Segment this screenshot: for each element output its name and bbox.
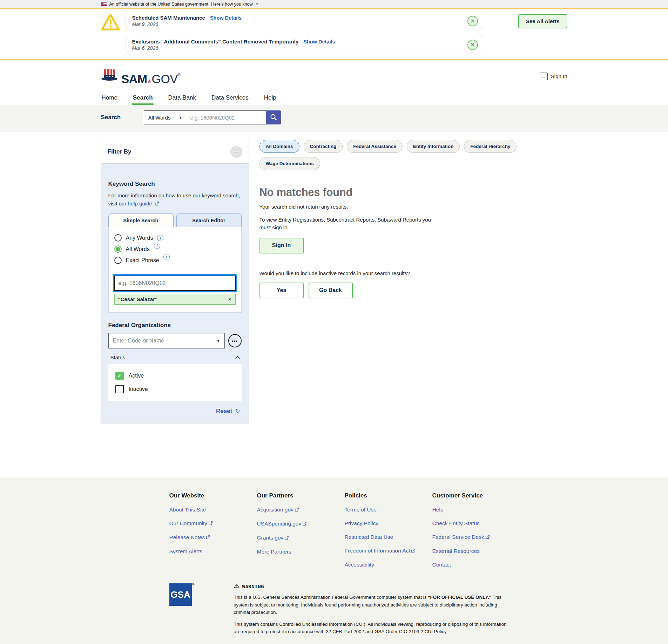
external-link-icon — [302, 521, 307, 527]
alerts-section: See All Alerts Scheduled SAM Maintenance… — [0, 8, 668, 60]
org-select-placeholder: Enter Code or Name — [113, 338, 164, 344]
tab-simple-search[interactable]: Simple Search — [108, 213, 174, 227]
close-alert-button[interactable]: ✕ — [467, 40, 478, 50]
radio-all-words[interactable] — [114, 245, 122, 253]
remove-chip-icon[interactable]: ✕ — [228, 297, 232, 302]
external-link-icon — [485, 534, 490, 541]
footer-link-accessibility[interactable]: Accessibility — [345, 562, 432, 568]
gsa-logo[interactable]: GSA ® — [169, 583, 192, 606]
nav-item-help[interactable]: Help — [263, 93, 277, 105]
alert-card: Scheduled SAM Maintenance Show Details M… — [126, 12, 483, 30]
footer-link-foia[interactable]: Freedom of Information Act — [345, 548, 432, 554]
footer-link-terms-of-use[interactable]: Terms of Use — [345, 507, 432, 513]
info-icon[interactable]: i — [154, 243, 160, 249]
tab-search-editor[interactable]: Search Editor — [176, 213, 242, 227]
warning-triangle-small-icon — [234, 583, 239, 589]
checkbox-inactive[interactable] — [115, 385, 124, 393]
warning-paragraph-1: This is a U.S. General Services Administ… — [234, 594, 514, 616]
warning-block: WARNING This is a U.S. General Services … — [234, 583, 514, 636]
search-submit-button[interactable] — [266, 110, 281, 124]
footer-link-about-this-site[interactable]: About This Site — [169, 507, 257, 513]
gov-banner: An official website of the United States… — [0, 0, 668, 8]
info-icon[interactable]: i — [157, 235, 163, 241]
footer-link-check-entity-status[interactable]: Check Entity Status — [432, 520, 520, 527]
external-link-icon — [411, 548, 416, 554]
warning-triangle-icon — [101, 12, 126, 54]
nav-item-data-bank[interactable]: Data Bank — [168, 93, 197, 105]
footer-link-our-community[interactable]: Our Community — [169, 520, 257, 527]
sam-gov-logo[interactable]: ★★★ SAM★GOV® — [101, 68, 181, 85]
footer-link-usaspending-gov[interactable]: USASpending.gov — [257, 521, 345, 527]
footer-link-help[interactable]: Help — [432, 507, 520, 513]
sign-in-header-link[interactable]: ← Sign In — [540, 73, 567, 80]
info-icon[interactable]: i — [163, 254, 170, 260]
chevron-down-icon: ▼ — [256, 2, 259, 6]
external-link-icon — [206, 535, 210, 541]
radio-exact-phrase[interactable] — [114, 257, 122, 264]
search-band-label: Search — [101, 114, 144, 121]
show-details-link[interactable]: Show Details — [210, 15, 242, 21]
reset-filters-link[interactable]: Reset — [216, 408, 232, 415]
checkbox-active[interactable]: ✔ — [115, 372, 124, 380]
yes-button[interactable]: Yes — [259, 283, 304, 298]
reset-refresh-icon[interactable]: ↻ — [235, 407, 240, 415]
footer-link-restricted-data-use[interactable]: Restricted Data Use — [345, 534, 432, 540]
nav-item-data-services[interactable]: Data Services — [211, 93, 249, 105]
footer-column-our-website: Our Website About This Site Our Communit… — [169, 492, 257, 568]
go-back-button[interactable]: Go Back — [309, 283, 353, 298]
footer-link-federal-service-desk[interactable]: Federal Service Desk — [432, 534, 520, 541]
footer-link-grants-gov[interactable]: Grants.gov — [257, 535, 345, 541]
close-icon: ✕ — [471, 42, 475, 48]
checkbox-inactive-label: Inactive — [129, 386, 148, 392]
domain-pill-contracting[interactable]: Contracting — [304, 140, 343, 153]
footer-link-system-alerts[interactable]: System Alerts — [169, 548, 257, 555]
org-more-options-button[interactable]: ••• — [228, 334, 242, 347]
alert-title: Scheduled SAM Maintenance — [132, 15, 205, 21]
alert-card: Exclusions “Additional Comments” Content… — [126, 36, 483, 54]
footer-link-contact[interactable]: Contact — [432, 562, 520, 568]
svg-text:★: ★ — [106, 75, 108, 77]
domain-pill-federal-hierarchy[interactable]: Federal Hierarchy — [464, 140, 517, 153]
footer-link-external-resources[interactable]: External Resources — [432, 548, 520, 554]
footer-link-release-notes[interactable]: Release Notes — [169, 534, 257, 541]
collapse-filters-button[interactable]: — — [230, 146, 242, 158]
how-you-know-link[interactable]: Here's how you know — [211, 2, 252, 7]
sign-in-button[interactable]: Sign In — [259, 238, 304, 253]
keyword-chip-text: "Cesar Salazar" — [118, 296, 158, 302]
footer-column-our-partners: Our Partners Acquisition.gov USASpending… — [257, 492, 345, 568]
federal-organizations-select[interactable]: Enter Code or Name ▼ — [108, 333, 225, 348]
no-results-text: Your search did not return any results. — [259, 204, 567, 210]
keyword-search-heading: Keyword Search — [108, 181, 242, 188]
alert-title: Exclusions “Additional Comments” Content… — [132, 39, 299, 45]
federal-organizations-heading: Federal Organizations — [108, 322, 242, 329]
main-area: Filter By — Keyword Search For more info… — [0, 132, 668, 477]
sign-in-arrow-icon: ← — [540, 73, 548, 80]
keyword-search-input[interactable] — [114, 276, 236, 291]
brand-star-icon: ★ — [147, 78, 152, 85]
radio-all-words-label: All Words — [126, 246, 150, 252]
domain-pill-all-domains[interactable]: All Domains — [259, 140, 299, 153]
simple-search-panel: Any Words i All Words i Exact Phrase i — [108, 227, 242, 313]
search-mode-select[interactable]: All Words ▼ — [144, 110, 186, 124]
nav-item-search[interactable]: Search — [132, 93, 154, 105]
show-details-link[interactable]: Show Details — [303, 39, 335, 45]
nav-item-home[interactable]: Home — [101, 93, 118, 105]
help-guide-link[interactable]: help guide — [128, 201, 152, 206]
brand-gov-text: GOV — [152, 72, 178, 86]
footer-link-privacy-policy[interactable]: Privacy Policy — [345, 520, 432, 527]
chevron-up-icon[interactable] — [235, 354, 240, 360]
status-filter-box: ✔ Active Inactive — [108, 364, 242, 401]
see-all-alerts-button[interactable]: See All Alerts — [518, 14, 567, 28]
top-search-input[interactable] — [186, 110, 266, 124]
gov-banner-text: An official website of the United States… — [109, 2, 209, 7]
footer-link-acquisition-gov[interactable]: Acquisition.gov — [257, 507, 345, 513]
external-link-icon — [208, 521, 213, 527]
domain-pill-entity-information[interactable]: Entity Information — [407, 140, 460, 153]
footer-link-more-partners[interactable]: More Partners — [257, 549, 345, 555]
domain-pill-wage-determinations[interactable]: Wage Determinations — [259, 157, 320, 170]
keyword-chip: "Cesar Salazar" ✕ — [114, 294, 236, 305]
radio-any-words[interactable] — [114, 234, 122, 242]
registered-mark: ® — [192, 583, 195, 586]
close-alert-button[interactable]: ✕ — [467, 16, 478, 26]
domain-pill-federal-assistance[interactable]: Federal Assistance — [347, 140, 403, 153]
